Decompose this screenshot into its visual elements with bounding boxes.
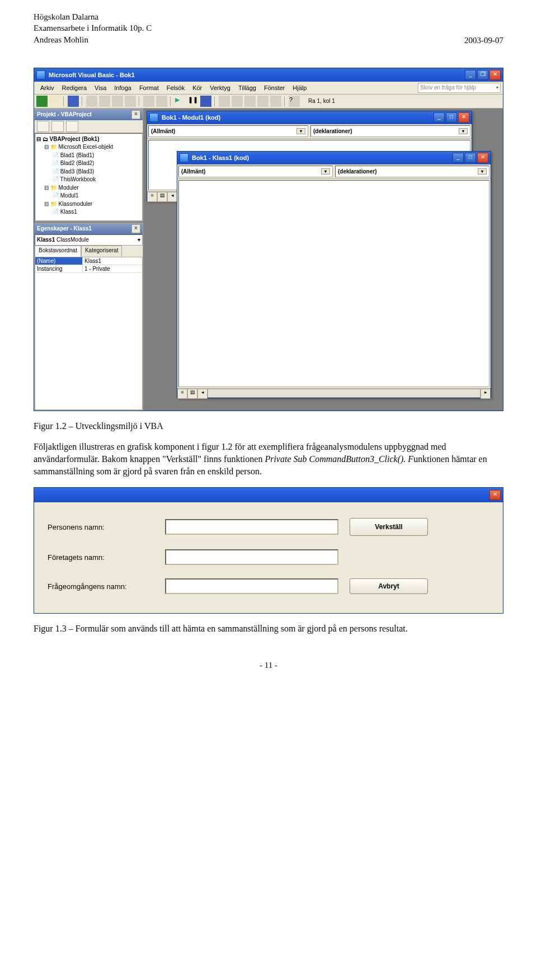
procedure-dd-text: (deklarationer): [313, 128, 352, 134]
property-row[interactable]: (Name) Klass1: [35, 257, 142, 265]
menu-redigera[interactable]: Redigera: [58, 84, 91, 92]
tb-help-icon[interactable]: ?: [289, 96, 300, 107]
project-pane-close-icon[interactable]: ×: [131, 110, 140, 119]
tree-group-excel[interactable]: ⊟ 📁 Microsoft Excel-objekt: [36, 143, 141, 152]
procedure-view-icon[interactable]: ▤: [187, 389, 197, 399]
menu-arkiv[interactable]: Arkiv: [36, 84, 58, 92]
tb-project-icon[interactable]: [232, 96, 243, 107]
chevron-down-icon: ▾: [296, 128, 305, 134]
menu-kor[interactable]: Kör: [189, 84, 206, 92]
tb-toolbox-icon[interactable]: [270, 96, 281, 107]
property-value[interactable]: 1 - Private: [83, 265, 142, 272]
scroll-left-icon[interactable]: ◂: [197, 389, 208, 399]
input-round-name[interactable]: [165, 578, 338, 594]
modul1-titlebar[interactable]: Bok1 - Modul1 (kod) _ □ ✕: [147, 111, 472, 124]
tb-copy-icon[interactable]: [99, 96, 110, 107]
code-window-klass1[interactable]: Bok1 - Klass1 (kod) _ □ ✕ (Allmänt)▾ (de…: [177, 151, 491, 398]
tree-klassmoduler-label: Klassmoduler: [59, 201, 93, 207]
tab-kategoriserat[interactable]: Kategoriserat: [81, 246, 122, 257]
property-row[interactable]: Instancing 1 - Private: [35, 265, 142, 273]
close-button[interactable]: ✕: [477, 153, 488, 163]
restore-button[interactable]: ❐: [477, 70, 488, 80]
tab-bokstavsordnat[interactable]: Bokstavsordnat: [35, 246, 81, 257]
menu-felsok[interactable]: Felsök: [163, 84, 189, 92]
object-dropdown[interactable]: (Allmänt)▾: [178, 166, 333, 177]
tb-object-icon[interactable]: [257, 96, 268, 107]
tree-group-moduler[interactable]: ⊟ 📁 Moduler: [36, 184, 141, 192]
userform-titlebar[interactable]: ✕: [34, 488, 503, 502]
maximize-button[interactable]: □: [465, 153, 476, 163]
tree-root[interactable]: ⊟ 🗂 VBAProject (Bok1): [36, 135, 141, 144]
maximize-button[interactable]: □: [446, 112, 457, 123]
menu-tillagg[interactable]: Tillägg: [234, 84, 260, 92]
full-module-view-icon[interactable]: ≡: [177, 389, 187, 399]
properties-grid[interactable]: (Name) Klass1 Instancing 1 - Private: [35, 257, 143, 410]
menu-fonster[interactable]: Fönster: [260, 84, 289, 92]
tree-blad3[interactable]: 📄 Blad3 (Blad3): [36, 168, 141, 176]
view-object-icon[interactable]: [51, 121, 64, 132]
properties-pane-title[interactable]: Egenskaper - Klass1 ×: [35, 223, 143, 234]
tb-properties-icon[interactable]: [244, 96, 256, 107]
header-course: Examensarbete i Informatik 10p. C: [34, 22, 152, 34]
code-editor[interactable]: [178, 180, 489, 387]
tb-excel-icon[interactable]: [36, 96, 48, 107]
property-name: (Name): [35, 257, 83, 265]
hscroll-track[interactable]: [208, 389, 481, 398]
tb-insert-icon[interactable]: [49, 96, 60, 107]
klass1-titlebar[interactable]: Bok1 - Klass1 (kod) _ □ ✕: [177, 152, 491, 164]
close-button[interactable]: ✕: [458, 112, 469, 123]
input-person-name[interactable]: [165, 519, 338, 535]
menu-verktyg[interactable]: Verktyg: [206, 84, 234, 92]
object-dropdown[interactable]: (Allmänt)▾: [148, 125, 308, 137]
procedure-dropdown[interactable]: (deklarationer)▾: [310, 125, 470, 137]
tree-blad1[interactable]: 📄 Blad1 (Blad1): [36, 152, 141, 160]
ide-left-column: Projekt - VBAProject × ⊟ 🗂 VBAProject (B…: [34, 109, 143, 411]
tree-thisworkbook[interactable]: 📄 ThisWorkbook: [36, 176, 141, 184]
tb-stop-icon[interactable]: [200, 96, 211, 107]
tb-design-icon[interactable]: [219, 96, 230, 107]
tb-redo-icon[interactable]: [156, 96, 167, 107]
minimize-button[interactable]: _: [453, 153, 464, 163]
menu-visa[interactable]: Visa: [91, 84, 110, 92]
help-search-input[interactable]: Skriv en fråga för hjälp ▾: [418, 83, 501, 93]
properties-pane-close-icon[interactable]: ×: [131, 224, 140, 233]
scroll-right-icon[interactable]: ▸: [481, 389, 491, 399]
tb-cut-icon[interactable]: [86, 96, 97, 107]
toggle-folders-icon[interactable]: [66, 121, 78, 132]
object-dd-text: (Allmänt): [151, 128, 175, 134]
toolbar-separator: [214, 96, 216, 106]
tb-paste-icon[interactable]: [112, 96, 123, 107]
minimize-button[interactable]: _: [465, 70, 476, 80]
tb-find-icon[interactable]: [125, 96, 136, 107]
menu-infoga[interactable]: Infoga: [110, 84, 135, 92]
tb-undo-icon[interactable]: [143, 96, 154, 107]
tree-blad2[interactable]: 📄 Blad2 (Blad2): [36, 159, 141, 168]
view-code-icon[interactable]: [37, 121, 49, 132]
scroll-left-icon[interactable]: ◂: [167, 192, 177, 202]
tree-group-klassmoduler[interactable]: ⊟ 📁 Klassmoduler: [36, 200, 141, 209]
tb-pause-icon[interactable]: ❚❚: [187, 96, 199, 107]
toolbar-separator: [170, 96, 172, 106]
properties-object-select[interactable]: Klass1 Klass1 ClassModuleClassModule ▾: [35, 234, 143, 246]
tree-modul1[interactable]: 📄 Modul1: [36, 192, 141, 200]
project-tree[interactable]: ⊟ 🗂 VBAProject (Bok1) ⊟ 📁 Microsoft Exce…: [35, 133, 143, 221]
close-button[interactable]: ✕: [489, 70, 501, 80]
tree-klass1[interactable]: 📄 Klass1: [36, 208, 141, 216]
property-value[interactable]: Klass1: [83, 257, 142, 265]
tb-run-icon[interactable]: ▶: [175, 96, 186, 107]
button-verkstall[interactable]: Verkställ: [350, 518, 428, 536]
class-icon: [180, 153, 189, 162]
procedure-dropdown[interactable]: (deklarationer)▾: [335, 166, 489, 177]
close-button[interactable]: ✕: [489, 490, 501, 500]
menu-hjalp[interactable]: Hjälp: [289, 84, 310, 92]
full-module-view-icon[interactable]: ≡: [147, 192, 157, 202]
menu-format[interactable]: Format: [135, 84, 163, 92]
tb-save-icon[interactable]: [68, 96, 79, 107]
minimize-button[interactable]: _: [434, 112, 445, 123]
project-pane-title[interactable]: Projekt - VBAProject ×: [35, 109, 143, 120]
procedure-view-icon[interactable]: ▤: [157, 192, 167, 202]
cursor-position: Ra 1, kol 1: [308, 98, 335, 104]
input-company-name[interactable]: [165, 549, 338, 565]
vba-titlebar[interactable]: Microsoft Visual Basic - Bok1 _ ❐ ✕: [34, 68, 503, 82]
button-avbryt[interactable]: Avbryt: [350, 578, 428, 594]
